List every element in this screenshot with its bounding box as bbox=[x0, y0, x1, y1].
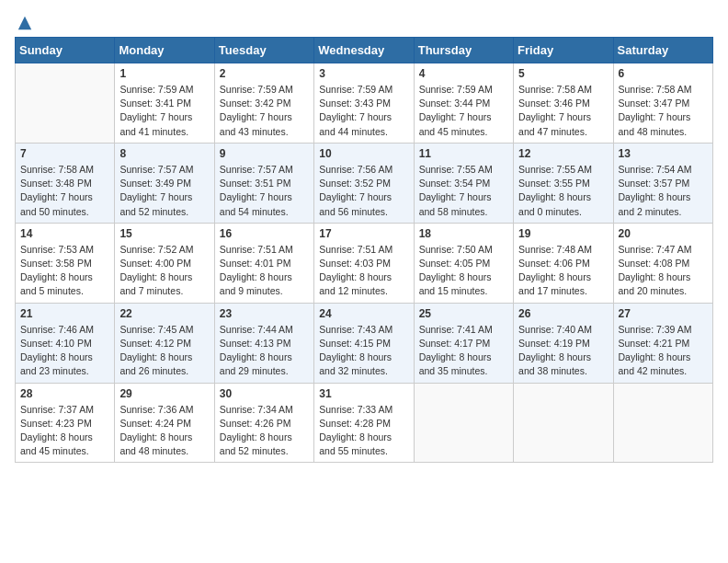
day-number: 20 bbox=[619, 227, 708, 240]
calendar-day-cell: 1Sunrise: 7:59 AM Sunset: 3:41 PM Daylig… bbox=[115, 63, 214, 144]
calendar-day-cell: 27Sunrise: 7:39 AM Sunset: 4:21 PM Dayli… bbox=[613, 303, 712, 383]
day-info: Sunrise: 7:34 AM Sunset: 4:26 PM Dayligh… bbox=[220, 403, 309, 459]
calendar-day-cell: 2Sunrise: 7:59 AM Sunset: 3:42 PM Daylig… bbox=[214, 63, 313, 144]
day-number: 1 bbox=[119, 67, 209, 80]
calendar-day-cell: 19Sunrise: 7:48 AM Sunset: 4:06 PM Dayli… bbox=[514, 223, 613, 303]
calendar-day-cell: 26Sunrise: 7:40 AM Sunset: 4:19 PM Dayli… bbox=[514, 303, 613, 383]
day-info: Sunrise: 7:47 AM Sunset: 4:08 PM Dayligh… bbox=[619, 243, 708, 299]
calendar-day-cell: 28Sunrise: 7:37 AM Sunset: 4:23 PM Dayli… bbox=[16, 383, 115, 463]
day-info: Sunrise: 7:58 AM Sunset: 3:46 PM Dayligh… bbox=[518, 83, 608, 139]
day-info: Sunrise: 7:57 AM Sunset: 3:49 PM Dayligh… bbox=[119, 163, 209, 219]
day-number: 23 bbox=[220, 307, 309, 320]
day-info: Sunrise: 7:39 AM Sunset: 4:21 PM Dayligh… bbox=[619, 323, 708, 379]
calendar-week-row: 7Sunrise: 7:58 AM Sunset: 3:48 PM Daylig… bbox=[16, 143, 713, 223]
calendar-day-cell: 25Sunrise: 7:41 AM Sunset: 4:17 PM Dayli… bbox=[414, 303, 513, 383]
calendar-day-cell bbox=[613, 383, 712, 463]
calendar-header-row: SundayMondayTuesdayWednesdayThursdayFrid… bbox=[16, 38, 713, 63]
day-info: Sunrise: 7:59 AM Sunset: 3:44 PM Dayligh… bbox=[419, 83, 508, 139]
day-info: Sunrise: 7:53 AM Sunset: 3:58 PM Dayligh… bbox=[20, 243, 109, 299]
day-number: 29 bbox=[119, 387, 209, 400]
day-number: 9 bbox=[220, 147, 309, 160]
calendar-day-cell: 30Sunrise: 7:34 AM Sunset: 4:26 PM Dayli… bbox=[214, 383, 313, 463]
weekday-header: Tuesday bbox=[214, 38, 313, 63]
calendar-day-cell: 15Sunrise: 7:52 AM Sunset: 4:00 PM Dayli… bbox=[115, 223, 214, 303]
day-info: Sunrise: 7:41 AM Sunset: 4:17 PM Dayligh… bbox=[419, 323, 508, 379]
calendar-day-cell: 13Sunrise: 7:54 AM Sunset: 3:57 PM Dayli… bbox=[613, 143, 712, 223]
day-number: 30 bbox=[220, 387, 309, 400]
calendar-day-cell: 24Sunrise: 7:43 AM Sunset: 4:15 PM Dayli… bbox=[314, 303, 414, 383]
day-info: Sunrise: 7:43 AM Sunset: 4:15 PM Dayligh… bbox=[319, 323, 408, 379]
day-info: Sunrise: 7:51 AM Sunset: 4:03 PM Dayligh… bbox=[319, 243, 408, 299]
day-number: 17 bbox=[319, 227, 408, 240]
day-number: 11 bbox=[419, 147, 508, 160]
calendar-day-cell: 14Sunrise: 7:53 AM Sunset: 3:58 PM Dayli… bbox=[16, 223, 115, 303]
weekday-header: Sunday bbox=[16, 38, 115, 63]
calendar-day-cell bbox=[16, 63, 115, 144]
day-number: 24 bbox=[319, 307, 408, 320]
logo bbox=[15, 15, 33, 28]
calendar-week-row: 1Sunrise: 7:59 AM Sunset: 3:41 PM Daylig… bbox=[16, 63, 713, 144]
weekday-header: Saturday bbox=[613, 38, 712, 63]
calendar-day-cell: 4Sunrise: 7:59 AM Sunset: 3:44 PM Daylig… bbox=[414, 63, 513, 144]
calendar-day-cell bbox=[514, 383, 613, 463]
day-number: 15 bbox=[119, 227, 209, 240]
day-number: 28 bbox=[20, 387, 109, 400]
day-number: 22 bbox=[119, 307, 209, 320]
weekday-header: Monday bbox=[115, 38, 214, 63]
day-number: 13 bbox=[619, 147, 708, 160]
day-number: 8 bbox=[119, 147, 209, 160]
day-number: 26 bbox=[518, 307, 608, 320]
day-info: Sunrise: 7:51 AM Sunset: 4:01 PM Dayligh… bbox=[220, 243, 309, 299]
day-number: 10 bbox=[319, 147, 408, 160]
day-number: 7 bbox=[20, 147, 109, 160]
day-info: Sunrise: 7:44 AM Sunset: 4:13 PM Dayligh… bbox=[220, 323, 309, 379]
day-info: Sunrise: 7:40 AM Sunset: 4:19 PM Dayligh… bbox=[518, 323, 608, 379]
calendar-day-cell: 7Sunrise: 7:58 AM Sunset: 3:48 PM Daylig… bbox=[16, 143, 115, 223]
weekday-header: Friday bbox=[514, 38, 613, 63]
calendar-day-cell: 8Sunrise: 7:57 AM Sunset: 3:49 PM Daylig… bbox=[115, 143, 214, 223]
calendar-day-cell: 22Sunrise: 7:45 AM Sunset: 4:12 PM Dayli… bbox=[115, 303, 214, 383]
calendar-day-cell: 29Sunrise: 7:36 AM Sunset: 4:24 PM Dayli… bbox=[115, 383, 214, 463]
svg-marker-0 bbox=[18, 17, 31, 29]
day-number: 25 bbox=[419, 307, 508, 320]
day-number: 27 bbox=[619, 307, 708, 320]
day-info: Sunrise: 7:45 AM Sunset: 4:12 PM Dayligh… bbox=[119, 323, 209, 379]
day-number: 19 bbox=[518, 227, 608, 240]
calendar-day-cell: 11Sunrise: 7:55 AM Sunset: 3:54 PM Dayli… bbox=[414, 143, 513, 223]
day-info: Sunrise: 7:59 AM Sunset: 3:41 PM Dayligh… bbox=[119, 83, 209, 139]
calendar-day-cell: 16Sunrise: 7:51 AM Sunset: 4:01 PM Dayli… bbox=[214, 223, 313, 303]
calendar-day-cell: 23Sunrise: 7:44 AM Sunset: 4:13 PM Dayli… bbox=[214, 303, 313, 383]
day-number: 5 bbox=[518, 67, 608, 80]
calendar-week-row: 21Sunrise: 7:46 AM Sunset: 4:10 PM Dayli… bbox=[16, 303, 713, 383]
calendar-day-cell: 5Sunrise: 7:58 AM Sunset: 3:46 PM Daylig… bbox=[514, 63, 613, 144]
day-info: Sunrise: 7:33 AM Sunset: 4:28 PM Dayligh… bbox=[319, 403, 408, 459]
calendar-day-cell: 10Sunrise: 7:56 AM Sunset: 3:52 PM Dayli… bbox=[314, 143, 414, 223]
day-number: 6 bbox=[619, 67, 708, 80]
day-info: Sunrise: 7:59 AM Sunset: 3:43 PM Dayligh… bbox=[319, 83, 408, 139]
day-info: Sunrise: 7:48 AM Sunset: 4:06 PM Dayligh… bbox=[518, 243, 608, 299]
day-info: Sunrise: 7:55 AM Sunset: 3:55 PM Dayligh… bbox=[518, 163, 608, 219]
day-number: 2 bbox=[220, 67, 309, 80]
day-info: Sunrise: 7:58 AM Sunset: 3:47 PM Dayligh… bbox=[619, 83, 708, 139]
day-info: Sunrise: 7:52 AM Sunset: 4:00 PM Dayligh… bbox=[119, 243, 209, 299]
day-info: Sunrise: 7:56 AM Sunset: 3:52 PM Dayligh… bbox=[319, 163, 408, 219]
day-number: 3 bbox=[319, 67, 408, 80]
day-info: Sunrise: 7:50 AM Sunset: 4:05 PM Dayligh… bbox=[419, 243, 508, 299]
day-info: Sunrise: 7:46 AM Sunset: 4:10 PM Dayligh… bbox=[20, 323, 109, 379]
day-info: Sunrise: 7:54 AM Sunset: 3:57 PM Dayligh… bbox=[619, 163, 708, 219]
calendar-day-cell: 17Sunrise: 7:51 AM Sunset: 4:03 PM Dayli… bbox=[314, 223, 414, 303]
day-info: Sunrise: 7:37 AM Sunset: 4:23 PM Dayligh… bbox=[20, 403, 109, 459]
day-number: 31 bbox=[319, 387, 408, 400]
calendar-day-cell: 31Sunrise: 7:33 AM Sunset: 4:28 PM Dayli… bbox=[314, 383, 414, 463]
weekday-header: Thursday bbox=[414, 38, 513, 63]
logo-icon bbox=[17, 15, 33, 31]
calendar-day-cell: 21Sunrise: 7:46 AM Sunset: 4:10 PM Dayli… bbox=[16, 303, 115, 383]
day-info: Sunrise: 7:58 AM Sunset: 3:48 PM Dayligh… bbox=[20, 163, 109, 219]
day-number: 4 bbox=[419, 67, 508, 80]
calendar-day-cell: 12Sunrise: 7:55 AM Sunset: 3:55 PM Dayli… bbox=[514, 143, 613, 223]
day-info: Sunrise: 7:36 AM Sunset: 4:24 PM Dayligh… bbox=[119, 403, 209, 459]
weekday-header: Wednesday bbox=[314, 38, 414, 63]
day-info: Sunrise: 7:59 AM Sunset: 3:42 PM Dayligh… bbox=[220, 83, 309, 139]
day-info: Sunrise: 7:57 AM Sunset: 3:51 PM Dayligh… bbox=[220, 163, 309, 219]
page-header bbox=[15, 15, 713, 28]
